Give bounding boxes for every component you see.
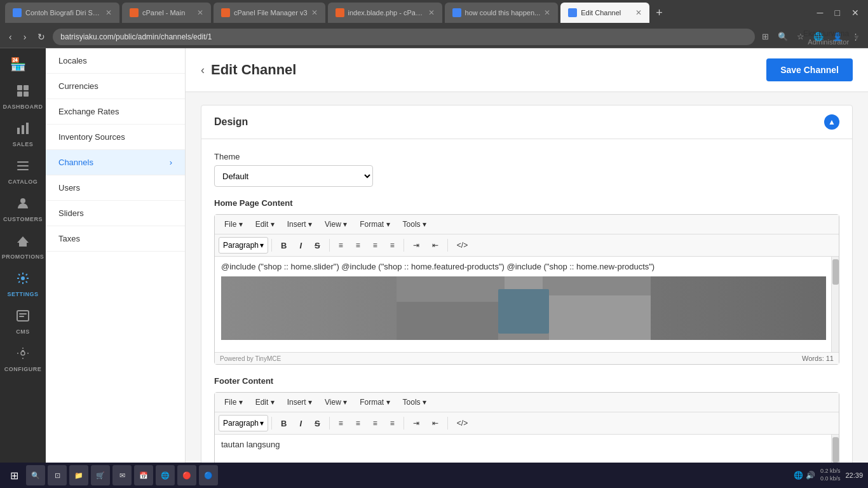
sidebar-item-customers[interactable]: CUSTOMERS — [0, 191, 46, 227]
save-channel-button[interactable]: Save Channel — [766, 58, 853, 81]
tab-close-2[interactable]: ✕ — [197, 8, 203, 17]
tab-close-6[interactable]: ✕ — [635, 8, 642, 17]
dashboard-icon — [16, 84, 30, 101]
home-editor-align-right-button[interactable]: ≡ — [367, 238, 383, 252]
svg-rect-15 — [19, 313, 27, 315]
sidebar-item-promotions[interactable]: PROMOTIONS — [0, 229, 46, 265]
footer-editor-align-right-button[interactable]: ≡ — [367, 416, 383, 430]
footer-editor-scrollbar-thumb[interactable] — [832, 437, 839, 463]
refresh-button[interactable]: ↻ — [34, 29, 49, 44]
home-editor-align-left-button[interactable]: ≡ — [333, 238, 349, 252]
footer-editor-scrollbar[interactable] — [831, 435, 839, 463]
home-editor-align-justify-button[interactable]: ≡ — [384, 238, 400, 252]
sidebar-item-settings[interactable]: SETTINGS — [0, 266, 46, 302]
home-editor-insert-menu[interactable]: Insert ▾ — [281, 217, 318, 231]
home-editor-tools-menu[interactable]: Tools ▾ — [397, 217, 432, 231]
home-editor-view-menu[interactable]: View ▾ — [319, 217, 353, 231]
footer-editor-align-left-button[interactable]: ≡ — [333, 416, 349, 430]
user-dropdown-arrow[interactable]: ▼ — [853, 33, 860, 42]
theme-select[interactable]: Default — [214, 165, 373, 187]
home-editor-body[interactable]: @include ("shop :: home.slider") @includ… — [215, 257, 839, 352]
footer-editor-tools-menu[interactable]: Tools ▾ — [397, 395, 432, 409]
sidebar-item-sales[interactable]: SALES — [0, 116, 46, 152]
sub-sidebar-sliders[interactable]: Sliders — [46, 201, 185, 226]
footer-editor-bold-button[interactable]: B — [275, 416, 292, 431]
home-editor-strikethrough-button[interactable]: S — [309, 238, 326, 253]
svg-rect-6 — [22, 125, 24, 134]
sub-sidebar-channels[interactable]: Channels › — [46, 150, 185, 175]
tab-3[interactable]: cPanel File Manager v3 ✕ — [214, 3, 325, 23]
footer-editor-align-justify-button[interactable]: ≡ — [384, 416, 400, 430]
home-editor-paragraph-label: Paragraph — [223, 241, 259, 250]
home-editor-format-menu[interactable]: Format ▾ — [354, 217, 395, 231]
back-arrow-button[interactable]: ‹ — [201, 64, 205, 77]
home-editor-align-center-button[interactable]: ≡ — [350, 238, 366, 252]
translate-icon[interactable]: ⊞ — [759, 30, 772, 43]
footer-editor-view-menu[interactable]: View ▾ — [319, 395, 353, 409]
footer-editor-format-menu[interactable]: Format ▾ — [354, 395, 395, 409]
sidebar-item-cms[interactable]: CMS — [0, 304, 46, 340]
tab-4[interactable]: index.blade.php - cPan... ✕ — [328, 3, 442, 23]
home-editor-file-menu[interactable]: File ▾ — [219, 217, 248, 231]
sub-sidebar-inventory-sources[interactable]: Inventory Sources — [46, 125, 185, 150]
new-tab-button[interactable]: + — [652, 6, 667, 20]
home-editor-bold-button[interactable]: B — [275, 238, 292, 253]
sub-sidebar: Locales Currencies Exchange Rates Invent… — [46, 48, 186, 463]
search-icon[interactable]: 🔍 — [775, 30, 791, 43]
footer-editor-indent-button[interactable]: ⇥ — [407, 416, 425, 430]
home-editor-scrollbar[interactable] — [831, 257, 839, 352]
sidebar-item-catalog[interactable]: CATALOG — [0, 154, 46, 190]
home-editor-indent-button[interactable]: ⇥ — [407, 238, 425, 252]
home-editor-scrollbar-thumb[interactable] — [832, 259, 839, 285]
home-editor-outdent-button[interactable]: ⇤ — [426, 238, 444, 252]
svg-rect-23 — [505, 276, 543, 289]
footer-editor-code-button[interactable]: </> — [451, 416, 473, 430]
sidebar-item-configure[interactable]: CONFIGURE — [0, 341, 46, 377]
sub-sidebar-currencies[interactable]: Currencies — [46, 74, 185, 99]
address-input[interactable] — [53, 29, 755, 45]
footer-editor-strikethrough-button[interactable]: S — [309, 416, 326, 431]
footer-editor-paragraph-select[interactable]: Paragraph ▾ — [219, 415, 268, 431]
tab-5[interactable]: how could this happen... ✕ — [445, 3, 559, 23]
forward-button[interactable]: › — [20, 29, 31, 44]
page-title: Edit Channel — [211, 62, 296, 78]
tab-2[interactable]: cPanel - Main ✕ — [122, 3, 211, 23]
sub-sidebar-taxes[interactable]: Taxes — [46, 226, 185, 252]
tab-close-5[interactable]: ✕ — [544, 8, 550, 17]
close-window-button[interactable]: ✕ — [848, 5, 863, 20]
svg-rect-3 — [17, 92, 22, 97]
footer-editor-insert-menu[interactable]: Insert ▾ — [281, 395, 318, 409]
home-editor-edit-menu[interactable]: Edit ▾ — [250, 217, 280, 231]
maximize-window-button[interactable]: □ — [831, 5, 844, 20]
home-editor-paragraph-select[interactable]: Paragraph ▾ — [219, 237, 268, 254]
tab-favicon-1 — [13, 8, 22, 17]
footer-editor-file-menu[interactable]: File ▾ — [219, 395, 248, 409]
minimize-window-button[interactable]: ─ — [813, 5, 827, 20]
theme-form-group: Theme Default — [214, 152, 839, 187]
sub-sidebar-taxes-label: Taxes — [58, 234, 80, 243]
tab-6[interactable]: Edit Channel ✕ — [560, 3, 649, 23]
design-section-title: Design — [214, 116, 248, 128]
sub-sidebar-locales[interactable]: Locales — [46, 48, 185, 74]
footer-editor-body[interactable]: tautan langsung — [215, 435, 839, 463]
tab-close-3[interactable]: ✕ — [311, 8, 318, 17]
theme-label: Theme — [214, 152, 839, 161]
back-button[interactable]: ‹ — [5, 29, 16, 44]
tab-title-1: Contoh Biografi Diri Se... — [25, 9, 102, 17]
footer-editor-italic-button[interactable]: I — [294, 416, 308, 431]
design-section-collapse-button[interactable]: ▲ — [824, 114, 839, 130]
footer-editor-toolbar-row1: File ▾ Edit ▾ Insert ▾ View ▾ Format ▾ T… — [215, 393, 839, 412]
sidebar-item-dashboard[interactable]: DASHBOARD — [0, 79, 46, 115]
footer-editor-align-center-button[interactable]: ≡ — [350, 416, 366, 430]
tab-1[interactable]: Contoh Biografi Diri Se... ✕ — [5, 3, 119, 23]
sub-sidebar-exchange-rates[interactable]: Exchange Rates — [46, 99, 185, 125]
footer-editor-outdent-button[interactable]: ⇤ — [426, 416, 444, 430]
footer-editor-edit-menu[interactable]: Edit ▾ — [250, 395, 280, 409]
sub-sidebar-locales-label: Locales — [58, 56, 87, 65]
sub-sidebar-users[interactable]: Users — [46, 175, 185, 201]
home-editor-italic-button[interactable]: I — [294, 238, 308, 253]
tab-close-1[interactable]: ✕ — [105, 8, 112, 17]
home-editor-code-button[interactable]: </> — [451, 238, 473, 252]
tab-title-2: cPanel - Main — [142, 9, 193, 17]
tab-close-4[interactable]: ✕ — [428, 8, 435, 17]
